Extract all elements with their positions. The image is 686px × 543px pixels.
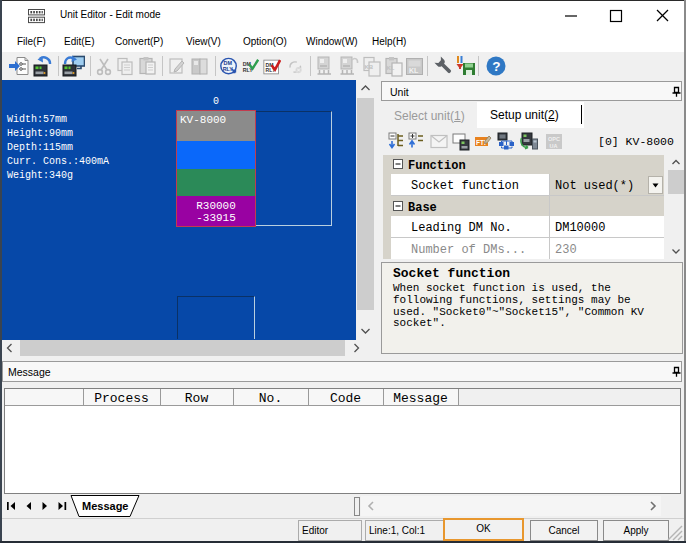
svg-text:?: ? xyxy=(492,59,500,74)
svg-text:UA: UA xyxy=(550,143,558,149)
svg-text:KL: KL xyxy=(387,65,395,71)
svg-text:KL: KL xyxy=(409,67,419,74)
svg-text:OPC: OPC xyxy=(548,136,560,142)
svg-text:KB: KB xyxy=(365,64,374,70)
